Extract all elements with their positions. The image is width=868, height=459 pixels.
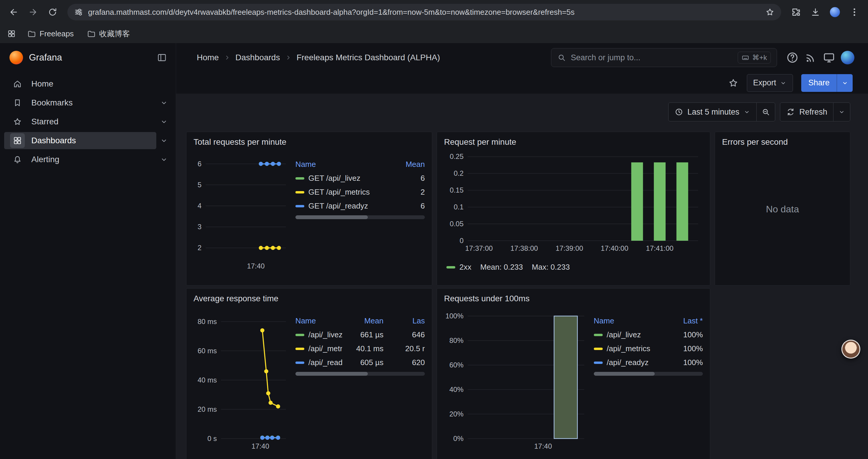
legend-row[interactable]: /api/_readyz605 µs620	[296, 356, 425, 369]
legend-scrollbar[interactable]	[296, 215, 425, 219]
legend-series-name[interactable]: /api/_readyz	[594, 358, 661, 367]
search-icon	[557, 53, 566, 62]
sidebar-item-bookmarks[interactable]: Bookmarks	[0, 93, 176, 112]
sidebar-item-home[interactable]: Home	[0, 74, 176, 93]
share-caret[interactable]	[837, 74, 852, 92]
legend-series-name[interactable]: /api/_livez	[296, 330, 342, 339]
legend-row[interactable]: /api/_metrics100%	[594, 342, 703, 356]
legend-scrollbar[interactable]	[296, 372, 425, 376]
chart-average-response-time[interactable]: 0 s20 ms40 ms60 ms80 ms17:40	[193, 305, 291, 453]
legend-scrollbar-thumb[interactable]	[296, 372, 368, 376]
svg-text:0.15: 0.15	[450, 186, 464, 194]
legend-row[interactable]: /api/_livez661 µs646	[296, 328, 425, 342]
legend-header-name: Name	[296, 316, 342, 326]
chart-requests-under-100ms[interactable]: 0%20%40%60%80%100%17:40	[444, 305, 589, 453]
legend-series-name[interactable]: GET /api/_readyz	[296, 201, 383, 210]
legend-value: 100%	[661, 358, 703, 367]
legend-series-name[interactable]: GET /api/_metrics	[296, 188, 383, 197]
search-input[interactable]	[571, 53, 733, 62]
downloads-icon[interactable]	[807, 4, 824, 21]
zoom-out-button[interactable]	[756, 103, 775, 121]
legend-series-name[interactable]: 2xx	[446, 263, 471, 272]
legend-series-name[interactable]: /api/_livez	[594, 330, 661, 339]
panel-title[interactable]: Requests under 100ms	[437, 289, 710, 305]
export-button[interactable]: Export	[747, 74, 793, 92]
legend-series-name[interactable]: /api/_readyz	[296, 358, 342, 367]
monitor-icon[interactable]	[823, 51, 836, 64]
svg-text:0.05: 0.05	[450, 220, 464, 228]
legend-series-name[interactable]: /api/_metrics	[296, 344, 342, 353]
profile-avatar[interactable]	[827, 4, 843, 21]
legend-series-name[interactable]: GET /api/_livez	[296, 174, 383, 183]
svg-text:17:41:00: 17:41:00	[646, 244, 673, 252]
chevron-down-icon[interactable]	[160, 155, 168, 164]
panel-title[interactable]: Errors per second	[715, 132, 850, 149]
user-avatar[interactable]	[841, 51, 855, 64]
legend-row[interactable]: /api/_livez100%	[594, 328, 703, 342]
series-swatch	[594, 348, 603, 350]
reload-icon[interactable]	[44, 4, 61, 21]
legend-scrollbar-thumb[interactable]	[296, 215, 368, 219]
chart-request-per-minute[interactable]: 00.050.10.150.20.2517:37:0017:38:0017:39…	[444, 149, 703, 255]
grafana-logo[interactable]	[9, 51, 23, 64]
menu-kebab-icon[interactable]	[846, 4, 863, 21]
search-box[interactable]: ⌘+k	[551, 48, 777, 67]
refresh-label: Refresh	[799, 107, 827, 117]
forward-icon[interactable]	[25, 4, 41, 21]
sidebar-item-label: Starred	[31, 117, 59, 126]
svg-text:20%: 20%	[450, 410, 464, 418]
legend-header-row: NameMeanLas	[296, 314, 425, 328]
legend-row[interactable]: /api/_readyz100%	[594, 356, 703, 369]
legend-scrollbar-thumb[interactable]	[594, 372, 655, 376]
chevron-down-icon[interactable]	[160, 136, 168, 145]
legend-series-name[interactable]: /api/_metrics	[594, 344, 661, 353]
help-icon[interactable]	[786, 51, 799, 64]
share-label[interactable]: Share	[801, 74, 837, 92]
legend-row[interactable]: /api/_metrics40.1 ms20.5 r	[296, 342, 425, 356]
sidebar-item-dashboards[interactable]: Dashboards	[0, 131, 176, 150]
apps-grid-icon[interactable]	[7, 29, 16, 38]
refresh-interval-caret[interactable]	[833, 103, 850, 121]
legend-row[interactable]: GET /api/_metrics2	[296, 185, 425, 199]
no-data-message: No data	[722, 149, 843, 270]
time-range-button[interactable]: Last 5 minutes	[669, 103, 756, 121]
page-header: HomeDashboardsFreeleaps Metrics Dashboar…	[176, 43, 868, 72]
favorite-star-icon[interactable]	[728, 78, 739, 88]
bookmark-star-icon[interactable]	[765, 7, 775, 17]
svg-text:17:38:00: 17:38:00	[510, 244, 538, 252]
panel-total-requests-per-minute: Total requests per minute 2345617:40 Nam…	[186, 132, 432, 286]
site-settings-icon[interactable]	[74, 7, 83, 17]
browser-toolbar: grafana.mathmast.com/d/deytv4rwavabkb/fr…	[0, 0, 868, 24]
breadcrumb-item[interactable]: Home	[197, 53, 219, 62]
svg-text:40 ms: 40 ms	[198, 376, 217, 384]
panel-title[interactable]: Request per minute	[437, 132, 710, 149]
chart-total-requests[interactable]: 2345617:40	[193, 149, 291, 273]
news-feed-icon[interactable]	[804, 51, 817, 64]
breadcrumb-item[interactable]: Freeleaps Metrics Dashboard (ALPHA)	[297, 53, 440, 62]
legend-row[interactable]: GET /api/_readyz6	[296, 199, 425, 213]
legend-row[interactable]: GET /api/_livez6	[296, 171, 425, 185]
refresh-button[interactable]: Refresh	[780, 103, 833, 121]
sidebar-item-alerting[interactable]: Alerting	[0, 150, 176, 169]
panel-errors-per-second: Errors per second No data	[715, 132, 850, 286]
bookmark-folder[interactable]: Freeleaps	[27, 29, 74, 39]
url-bar[interactable]: grafana.mathmast.com/d/deytv4rwavabkb/fr…	[67, 4, 781, 21]
bookmark-folder[interactable]: 收藏博客	[87, 29, 130, 39]
sidebar-item-starred[interactable]: Starred	[0, 112, 176, 131]
panel-title[interactable]: Average response time	[186, 289, 432, 305]
chevron-down-icon[interactable]	[160, 118, 168, 126]
sidebar-toggle-icon[interactable]	[157, 53, 167, 63]
legend-header-row: NameMean	[296, 157, 425, 171]
panel-title[interactable]: Total requests per minute	[186, 132, 432, 149]
breadcrumb-item[interactable]: Dashboards	[236, 53, 280, 62]
legend-scrollbar[interactable]	[594, 372, 703, 376]
share-button[interactable]: Share	[801, 74, 852, 92]
back-icon[interactable]	[5, 4, 22, 21]
extensions-icon[interactable]	[788, 4, 804, 21]
chevron-down-icon[interactable]	[160, 99, 168, 107]
url-text[interactable]: grafana.mathmast.com/d/deytv4rwavabkb/fr…	[88, 8, 761, 17]
bookmark-icon	[10, 95, 25, 110]
chevron-right-icon	[285, 54, 292, 61]
star-icon	[10, 114, 25, 129]
assistant-avatar[interactable]	[841, 340, 860, 359]
